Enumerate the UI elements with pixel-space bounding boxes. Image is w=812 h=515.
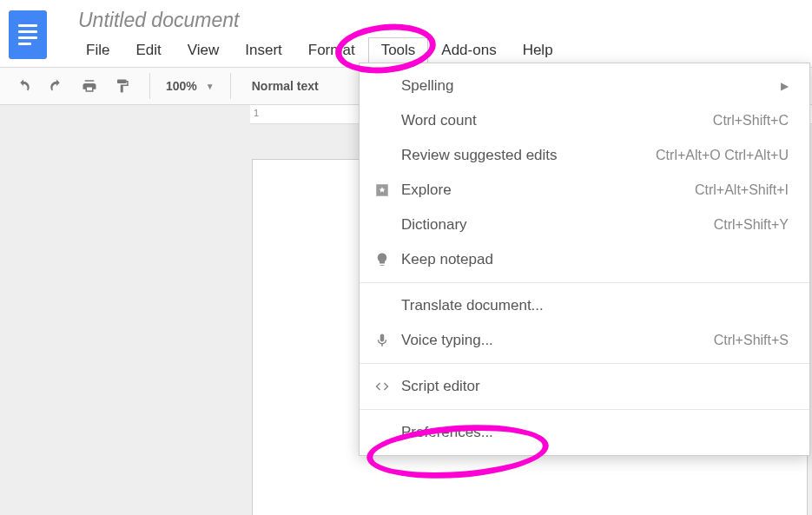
redo-button[interactable]	[43, 73, 69, 99]
menu-addons[interactable]: Add-ons	[428, 37, 509, 63]
blank-icon	[372, 422, 393, 443]
zoom-select[interactable]: 100% ▼	[157, 79, 223, 93]
menu-item-preferences[interactable]: Preferences...	[360, 415, 809, 450]
code-icon	[372, 376, 393, 397]
menu-item-label: Keep notepad	[401, 251, 789, 268]
menu-item-label: Spelling	[401, 77, 781, 95]
menu-item-shortcut: Ctrl+Alt+Shift+I	[695, 182, 789, 198]
menu-separator	[360, 409, 809, 410]
menu-item-label: Voice typing...	[401, 332, 714, 349]
blank-icon	[372, 295, 393, 316]
menu-edit[interactable]: Edit	[122, 37, 174, 63]
chevron-right-icon: ▶	[781, 80, 789, 92]
print-button[interactable]	[76, 73, 102, 99]
lightbulb-icon	[372, 249, 393, 270]
menu-item-label: Review suggested edits	[401, 147, 656, 164]
menu-item-label: Explore	[401, 182, 695, 199]
menu-item-voice-typing[interactable]: Voice typing... Ctrl+Shift+S	[360, 323, 809, 358]
zoom-value: 100%	[166, 79, 197, 93]
menu-item-label: Word count	[401, 112, 713, 129]
menu-item-shortcut: Ctrl+Alt+O Ctrl+Alt+U	[656, 148, 789, 163]
paragraph-style-select[interactable]: Normal text	[238, 79, 333, 93]
menu-item-explore[interactable]: Explore Ctrl+Alt+Shift+I	[360, 173, 809, 208]
menu-tools[interactable]: Tools	[368, 37, 429, 63]
menu-item-keep-notepad[interactable]: Keep notepad	[360, 242, 809, 277]
menu-item-review-edits[interactable]: Review suggested edits Ctrl+Alt+O Ctrl+A…	[360, 138, 809, 173]
blank-icon	[372, 145, 393, 166]
menu-help[interactable]: Help	[510, 37, 566, 63]
menu-insert[interactable]: Insert	[232, 37, 295, 63]
menu-item-label: Script editor	[401, 378, 789, 395]
menu-item-label: Translate document...	[401, 297, 789, 314]
menu-file[interactable]: File	[73, 37, 122, 63]
undo-button[interactable]	[10, 73, 36, 99]
menu-item-shortcut: Ctrl+Shift+S	[714, 333, 789, 348]
tools-dropdown: Spelling ▶ Word count Ctrl+Shift+C Revie…	[359, 63, 810, 456]
chevron-down-icon: ▼	[206, 82, 215, 91]
menu-item-word-count[interactable]: Word count Ctrl+Shift+C	[360, 103, 809, 138]
menubar: File Edit View Insert Format Tools Add-o…	[73, 37, 566, 63]
menu-item-shortcut: Ctrl+Shift+Y	[714, 217, 789, 233]
blank-icon	[372, 76, 393, 96]
document-title[interactable]: Untitled document	[73, 9, 566, 32]
ruler-tick-label: 1	[254, 108, 259, 118]
blank-icon	[372, 110, 393, 131]
menu-item-spelling[interactable]: Spelling ▶	[360, 69, 809, 103]
blank-icon	[372, 215, 393, 235]
menu-view[interactable]: View	[175, 37, 233, 63]
paint-format-button[interactable]	[109, 73, 135, 99]
menu-item-label: Preferences...	[401, 424, 789, 441]
menu-item-label: Dictionary	[401, 216, 714, 234]
explore-icon	[372, 180, 393, 201]
microphone-icon	[372, 330, 393, 351]
menu-separator	[360, 363, 809, 364]
menu-item-translate[interactable]: Translate document...	[360, 288, 809, 323]
menu-item-script-editor[interactable]: Script editor	[360, 369, 809, 404]
menu-separator	[360, 282, 809, 283]
menu-item-shortcut: Ctrl+Shift+C	[713, 113, 789, 129]
menu-item-dictionary[interactable]: Dictionary Ctrl+Shift+Y	[360, 208, 809, 242]
docs-logo-icon[interactable]	[9, 10, 47, 59]
menu-format[interactable]: Format	[295, 37, 368, 63]
